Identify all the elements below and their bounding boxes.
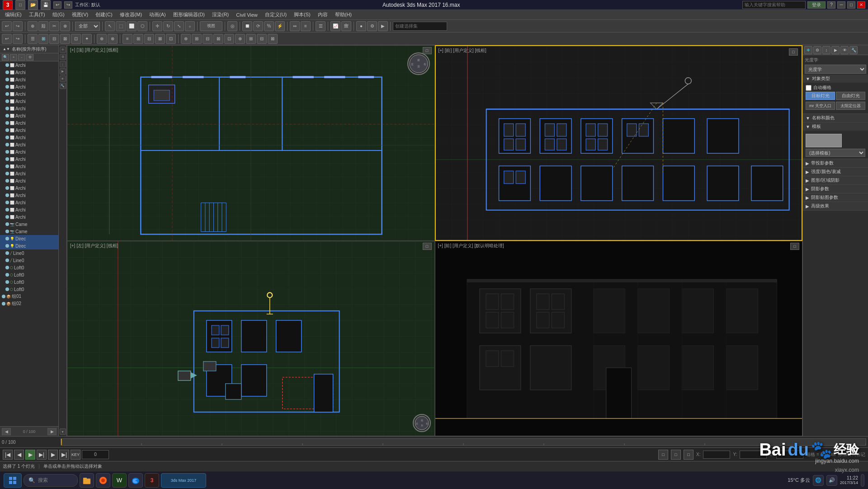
quick-btn-1[interactable]: ↩ [53, 1, 61, 9]
goto-end-btn[interactable]: ▶| [59, 450, 69, 460]
scroll-right-btn[interactable]: ▶ [47, 428, 57, 435]
tb2-btn-4[interactable]: ⊞ [38, 34, 48, 44]
region-select-btn[interactable]: ⬚ [116, 21, 126, 31]
menu-create[interactable]: 创建(C) [92, 10, 115, 19]
menu-modifier[interactable]: 修改器(M) [117, 10, 146, 19]
scene-list-item[interactable]: 💡Direc [0, 235, 58, 242]
add-time-tag[interactable]: 添加时间标记 [838, 451, 865, 458]
tb2-btn-16[interactable]: ⊕ [181, 34, 191, 44]
scene-list-item[interactable]: ⬜Archi [0, 98, 58, 105]
tb2-btn-18[interactable]: ⊟ [203, 34, 212, 44]
bind-spacewarp-btn[interactable]: ⊗ [60, 21, 70, 31]
tb2-btn-20[interactable]: ⊡ [224, 34, 234, 44]
tb2-btn-11[interactable]: ≡ [123, 34, 132, 44]
redo-btn[interactable]: ↪ [13, 21, 23, 31]
scene-list-item[interactable]: ⬜Archi [0, 112, 58, 119]
tb2-btn-2[interactable]: ↪ [13, 34, 23, 44]
scene-list-item[interactable]: ⬜Archi [0, 199, 58, 206]
select-obj-btn[interactable]: ⊕ [28, 21, 38, 31]
rp-modify-btn[interactable]: ⚙ [813, 46, 821, 54]
scene-list-item[interactable]: ⬜Archi [0, 184, 58, 192]
tb2-btn-21[interactable]: ⊕ [235, 34, 245, 44]
viewport-bottom-right-corner-btn[interactable]: □ [790, 243, 799, 250]
tb2-btn-13[interactable]: ⊟ [144, 34, 154, 44]
scene-list-item[interactable]: ⬜Archi [0, 155, 58, 163]
taskbar-explorer[interactable] [80, 473, 94, 488]
scene-list-item[interactable]: 📷Came [0, 221, 58, 228]
tb2-btn-1[interactable]: ↩ [2, 34, 12, 44]
vtb-motion[interactable]: ▶ [60, 68, 66, 75]
scene-list-item[interactable]: ⬜Archi [0, 134, 58, 141]
vtb-bottom-btn[interactable]: ▼ [60, 428, 66, 435]
advanced-header[interactable]: ▶ 高级效果 [803, 202, 868, 210]
mirror-btn[interactable]: ⇔ [290, 21, 300, 31]
scene-list-item[interactable]: 📦组01 [0, 293, 58, 300]
scene-list-item[interactable]: ⬜Archi [0, 170, 58, 177]
align-btn[interactable]: ≡ [301, 21, 311, 31]
scene-list-item[interactable]: 📦组02 [0, 300, 58, 307]
move-btn[interactable]: ✛ [152, 21, 162, 31]
viewport-bottom-right[interactable]: [+] [前] [用户定义] [默认明暗处理] □ [435, 241, 803, 437]
viewport-top-right-corner-btn[interactable]: □ [789, 48, 798, 56]
vtb-hierarchy[interactable]: ↕ [60, 61, 66, 67]
viewport-bottom-left[interactable]: [+] [左] [用户定义] [线框] □ [67, 241, 435, 437]
object-type-header[interactable]: ▼ 对象类型 [803, 75, 868, 83]
layer-btn[interactable]: ☰ [316, 21, 326, 31]
play-all-btn[interactable]: ▶| [37, 450, 47, 460]
mini-viewport-btn[interactable]: □ [658, 450, 668, 460]
scene-list-item[interactable]: ⬜Archi [0, 148, 58, 155]
select-link-btn[interactable]: ⛓ [38, 21, 48, 31]
tb2-btn-19[interactable]: ⊠ [213, 34, 223, 44]
named-selection-input[interactable] [393, 22, 447, 31]
scene-expand-btn[interactable]: + [10, 54, 17, 61]
viewport-top-left-corner-btn[interactable]: □ [423, 47, 432, 54]
mini-viewport-btn2[interactable]: □ [671, 450, 681, 460]
undo-btn[interactable]: ↩ [2, 21, 12, 31]
scene-list-item[interactable]: ⬜Archi [0, 163, 58, 170]
tb2-btn-6[interactable]: ⊠ [60, 34, 70, 44]
open-btn[interactable]: 📂 [28, 0, 38, 10]
help-btn[interactable]: ? [827, 1, 835, 9]
mini-viewport-btn3[interactable]: □ [684, 450, 693, 460]
menu-tools[interactable]: 工具(T) [26, 10, 48, 19]
free-light-btn[interactable]: 自由灯光 [836, 92, 865, 100]
scene-list-item[interactable]: ⬡Loft0 [0, 278, 58, 286]
scene-options-btn[interactable]: ⚙ [26, 54, 33, 61]
show-desktop-btn[interactable] [861, 474, 864, 487]
x-coord-input[interactable] [703, 451, 730, 459]
tray-sound[interactable]: 🔊 [826, 475, 837, 486]
scene-list-item[interactable]: ⬜Archi [0, 141, 58, 148]
taskbar-edge[interactable] [128, 473, 143, 488]
timeline-track[interactable] [61, 438, 866, 446]
squash-btn[interactable]: ⬦ [185, 21, 195, 31]
scene-list-item[interactable]: 💡Direc [0, 242, 58, 249]
scene-list-item[interactable]: ⬡Loft0 [0, 286, 58, 293]
tb2-btn-5[interactable]: ⊟ [49, 34, 59, 44]
crossing-btn[interactable]: ⬡ [137, 21, 147, 31]
login-btn[interactable]: 登录 [807, 1, 826, 9]
sun-positioner-btn[interactable]: 太阳定位器 [836, 102, 865, 110]
rp-hierarchy-btn[interactable]: ↕ [822, 46, 830, 54]
scene-list-item[interactable]: ⬜Archi [0, 61, 58, 69]
template-dropdown[interactable]: (选择模板) [806, 149, 865, 157]
scene-list-item[interactable]: ⬡Loft0 [0, 271, 58, 278]
goto-start-btn[interactable]: |◀ [3, 450, 13, 460]
scene-list-item[interactable]: ⬡Loft0 [0, 264, 58, 271]
vtb-utility[interactable]: 🔧 [60, 83, 66, 89]
taskbar-browser[interactable] [96, 473, 110, 488]
vtb-display[interactable]: 👁 [60, 75, 66, 82]
taskbar-3dsmax-running[interactable]: 3ds Max 2017 [161, 473, 206, 488]
frame-display[interactable]: 0 [82, 450, 109, 459]
scene-list-item[interactable]: ⬜Archi [0, 177, 58, 184]
menu-render[interactable]: 渲染(R) [209, 10, 232, 19]
viewport-top-right[interactable]: [+] [前] [用户定义] [线框] □ [435, 45, 803, 241]
shadow-params-header[interactable]: ▶ 阴影参数 [803, 185, 868, 193]
save-btn[interactable]: 💾 [41, 0, 51, 10]
light-type-dropdown[interactable]: 光度学 标准 [805, 65, 866, 74]
maximize-btn[interactable]: □ [847, 1, 855, 9]
scene-list-item[interactable]: ⬜Archi [0, 76, 58, 83]
schematic-btn[interactable]: 🕸 [341, 21, 351, 31]
y-coord-input[interactable] [740, 451, 767, 459]
scene-list-item[interactable]: ╱Line0 [0, 257, 58, 264]
snap-btn[interactable]: 🔲 [242, 21, 252, 31]
